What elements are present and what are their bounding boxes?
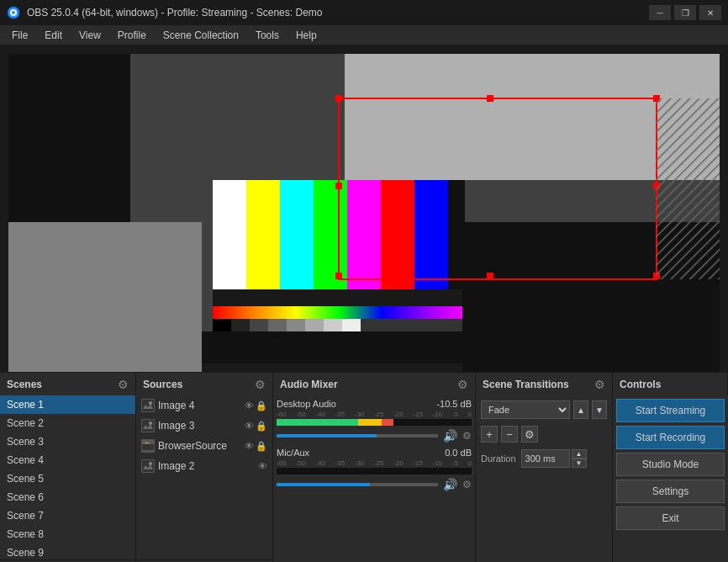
source-controls-image2: 👁 [258,461,267,471]
svg-rect-41 [656,98,720,279]
svg-rect-16 [213,306,465,319]
scene-item-scene1[interactable]: Scene 1 [0,395,135,414]
duration-down-button[interactable]: ▼ [572,459,587,468]
scene-item-scene2[interactable]: Scene 2 [0,414,135,432]
svg-rect-46 [142,420,154,432]
mute-desktop-button[interactable]: 🔊 [443,429,457,443]
scene-item-scene8[interactable]: Scene 8 [0,525,135,543]
preview-area [0,45,728,372]
sources-list: Image 4 👁 🔒 Image 3 👁 [136,395,272,559]
menu-file[interactable]: File [3,25,36,45]
audio-meter-labels-desktop: -60 -50 -40 -35 -30 -25 -20 -15 -10 -5 0 [277,411,472,418]
duration-label: Duration [481,453,516,464]
browser-source-icon [141,439,155,453]
audio-tracks: Desktop Audio -10.5 dB -60 -50 -40 -35 -… [273,395,475,562]
scene-item-scene3[interactable]: Scene 3 [0,432,135,451]
transitions-config-icon[interactable]: ⚙ [594,378,605,391]
svg-rect-25 [305,319,324,331]
scene-item-scene4[interactable]: Scene 4 [0,451,135,469]
minimize-button[interactable]: ─ [649,5,671,20]
source-lock-browser[interactable]: 🔒 [256,441,267,452]
svg-rect-18 [213,289,465,306]
svg-rect-27 [342,319,361,331]
source-visibility-image3[interactable]: 👁 [245,421,254,432]
source-name-image4: Image 4 [158,400,241,411]
transition-config-button[interactable]: ⚙ [521,426,538,443]
scenes-config-icon[interactable]: ⚙ [118,378,129,391]
source-visibility-image4[interactable]: 👁 [245,400,254,411]
scenes-panel-title: Scenes [7,379,42,390]
image-source-icon3 [141,459,155,473]
source-name-image2: Image 2 [158,460,255,472]
source-lock-image3[interactable]: 🔒 [256,421,267,432]
menu-view[interactable]: View [71,25,109,45]
source-name-browser: BrowserSource [158,440,241,452]
transition-duration-row: Duration ▲ ▼ [481,449,607,468]
scene-item-scene6[interactable]: Scene 6 [0,488,135,506]
controls-panel: Start Streaming Start Recording Studio M… [613,395,728,562]
exit-button[interactable]: Exit [616,506,725,530]
scenes-list: Scene 1 Scene 2 Scene 3 Scene 4 Scene 5 … [0,395,135,559]
svg-point-47 [149,422,152,425]
mute-mic-button[interactable]: 🔊 [443,478,457,491]
svg-rect-24 [287,319,305,331]
panels-header: Scenes ⚙ Sources ⚙ Audio Mixer ⚙ Scene T… [0,372,728,395]
settings-button[interactable]: Settings [616,480,725,503]
menu-help[interactable]: Help [288,25,325,45]
transition-add-button[interactable]: + [481,426,498,443]
svg-rect-35 [335,183,342,189]
scene-item-scene5[interactable]: Scene 5 [0,469,135,488]
controls-panel-header: Controls [613,373,728,396]
scene-item-scene9[interactable]: Scene 9 [0,543,135,559]
source-item-image2[interactable]: Image 2 👁 [136,456,272,476]
source-visibility-browser[interactable]: 👁 [245,441,254,452]
start-streaming-button[interactable]: Start Streaming [616,399,725,422]
sources-config-icon[interactable]: ⚙ [255,378,266,391]
close-button[interactable]: ✕ [699,5,721,20]
config-mic-button[interactable]: ⚙ [462,479,472,490]
audio-panel-header: Audio Mixer ⚙ [273,373,476,396]
svg-point-44 [149,401,152,405]
svg-point-56 [149,462,152,465]
audio-track-mic-controls: 🔊 ⚙ [277,478,472,491]
duration-input[interactable] [521,449,570,468]
transition-arrow-down[interactable]: ▼ [592,400,607,419]
svg-point-2 [12,11,15,14]
restore-button[interactable]: ❐ [674,5,696,20]
menu-edit[interactable]: Edit [36,25,71,45]
menu-scene-collection[interactable]: Scene Collection [155,25,247,45]
svg-rect-55 [142,460,154,472]
source-visibility-image2[interactable]: 👁 [258,461,267,471]
audio-meter-mic [277,468,472,475]
svg-rect-22 [250,319,268,331]
volume-slider-desktop[interactable] [277,434,438,437]
source-item-image3[interactable]: Image 3 👁 🔒 [136,416,272,436]
transition-arrow-up[interactable]: ▲ [573,400,588,419]
scene-item-scene7[interactable]: Scene 7 [0,506,135,525]
transition-remove-button[interactable]: − [501,426,518,443]
source-item-image4[interactable]: Image 4 👁 🔒 [136,395,272,416]
audio-config-icon[interactable]: ⚙ [457,378,468,391]
svg-rect-26 [324,319,342,331]
start-recording-button[interactable]: Start Recording [616,426,725,449]
scenes-panel: Scene 1 Scene 2 Scene 3 Scene 4 Scene 5 … [0,395,136,562]
image-source-icon2 [141,419,155,432]
audio-meter-labels-mic: -60 -50 -40 -35 -30 -25 -20 -15 -10 -5 0 [277,459,472,467]
audio-panel: Desktop Audio -10.5 dB -60 -50 -40 -35 -… [273,395,476,562]
source-lock-image4[interactable]: 🔒 [256,400,267,411]
transition-select-row: Fade Cut Swipe Slide ▲ ▼ [481,400,607,419]
duration-up-button[interactable]: ▲ [572,449,587,459]
scenes-panel-header: Scenes ⚙ [0,373,136,396]
menu-tools[interactable]: Tools [247,25,288,45]
studio-mode-button[interactable]: Studio Mode [616,453,725,476]
menu-profile[interactable]: Profile [109,25,155,45]
controls-panel-title: Controls [620,379,661,390]
transition-select[interactable]: Fade Cut Swipe Slide [481,400,570,419]
config-desktop-button[interactable]: ⚙ [462,430,472,442]
source-item-browser[interactable]: BrowserSource 👁 🔒 [136,436,272,456]
audio-track-desktop-controls: 🔊 ⚙ [277,429,472,443]
svg-rect-33 [487,95,493,102]
volume-slider-mic[interactable] [277,483,438,486]
obs-icon [7,6,20,19]
svg-rect-5 [8,54,130,222]
